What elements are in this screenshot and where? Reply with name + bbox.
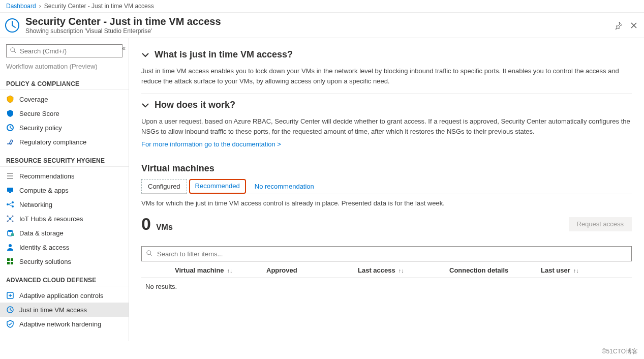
sidebar-item-solutions[interactable]: Security solutions: [0, 254, 129, 268]
documentation-link[interactable]: For more information go to the documenta…: [141, 140, 281, 148]
expander-body-1: Just in time VM access enables you to lo…: [141, 63, 632, 94]
vm-section-title: Virtual machines: [141, 163, 632, 174]
data-icon: [6, 229, 14, 237]
expander-how-works[interactable]: How does it work?: [141, 97, 632, 113]
col-last-access[interactable]: Last access↑↓: [358, 266, 449, 274]
iot-icon: [6, 215, 14, 223]
sidebar-item-identity[interactable]: Identity & access: [0, 240, 129, 254]
sidebar-item-iot[interactable]: IoT Hubs & resources: [0, 212, 129, 226]
chevron-down-icon: [141, 51, 149, 59]
sort-icon: ↑↓: [398, 267, 404, 274]
svg-rect-16: [7, 258, 10, 261]
sort-icon: ↑↓: [227, 267, 233, 274]
sidebar-item-label: Just in time VM access: [19, 306, 87, 314]
grid-icon: [6, 257, 14, 265]
sidebar-item-label: IoT Hubs & resources: [19, 215, 83, 223]
app-controls-icon: [6, 291, 14, 300]
sidebar-item-label: Data & storage: [19, 229, 64, 237]
sidebar-item-label: Regulatory compliance: [19, 138, 86, 146]
close-icon[interactable]: [630, 21, 638, 29]
content-area: What is just in time VM access? Just in …: [129, 38, 644, 341]
sidebar-item-security-policy[interactable]: Security policy: [0, 121, 129, 135]
tab-no-recommendation[interactable]: No recommendation: [248, 179, 321, 194]
filter-input[interactable]: [157, 250, 627, 258]
svg-point-6: [12, 201, 14, 203]
sidebar-item-networking[interactable]: Networking: [0, 197, 129, 212]
col-last-user[interactable]: Last user↑↓: [541, 266, 612, 274]
sort-icon: ↑↓: [573, 267, 579, 274]
col-connection-details[interactable]: Connection details: [449, 266, 541, 274]
clock-icon: [6, 306, 14, 314]
net-hardening-icon: [6, 320, 14, 328]
sidebar-item-data[interactable]: Data & storage: [0, 226, 129, 240]
sidebar-item-label: Compute & apps: [19, 187, 69, 194]
sidebar-item-secure-score[interactable]: Secure Score: [0, 106, 129, 121]
sidebar-item-label: Security policy: [19, 124, 62, 132]
svg-rect-17: [11, 258, 13, 261]
vm-count-number: 0: [141, 214, 151, 234]
search-icon: [10, 47, 17, 55]
sidebar-item-compute[interactable]: Compute & apps: [0, 183, 129, 197]
list-icon: [6, 172, 14, 180]
svg-point-7: [12, 205, 14, 207]
clock-icon: [4, 17, 20, 34]
vm-count-label: VMs: [156, 223, 173, 232]
search-input-wrapper[interactable]: [6, 44, 122, 57]
col-approved[interactable]: Approved: [266, 266, 358, 274]
sidebar-item-label: Networking: [19, 201, 52, 208]
compute-icon: [6, 186, 14, 194]
policy-icon: [6, 124, 14, 132]
expander-what-is[interactable]: What is just in time VM access?: [141, 46, 632, 63]
col-virtual-machine[interactable]: Virtual machine↑↓: [175, 266, 266, 274]
sidebar-item-label: Coverage: [19, 96, 48, 103]
collapse-sidebar-icon[interactable]: «: [122, 44, 126, 52]
page-title: Security Center - Just in time VM access: [25, 16, 221, 27]
svg-rect-3: [7, 188, 13, 192]
table-header: Virtual machine↑↓ Approved Last access↑↓…: [141, 263, 632, 278]
tab-configured[interactable]: Configured: [141, 179, 187, 194]
sidebar-item-label: Recommendations: [19, 172, 74, 180]
sidebar-item-label: Adaptive application controls: [19, 292, 104, 300]
title-bar: Security Center - Just in time VM access…: [0, 13, 644, 38]
svg-rect-4: [9, 192, 11, 193]
pin-icon[interactable]: [615, 21, 623, 29]
sidebar-item-adaptive-app[interactable]: Adaptive application controls: [0, 288, 129, 303]
breadcrumb-current: Security Center - Just in time VM access: [44, 3, 154, 10]
vm-tabs: Configured Recommended No recommendation: [141, 179, 632, 194]
chevron-down-icon: [141, 101, 149, 109]
shield-icon: [6, 109, 14, 117]
search-input[interactable]: [20, 47, 119, 55]
sidebar-item-label: Identity & access: [19, 244, 69, 251]
breadcrumb-root[interactable]: Dashboard: [6, 3, 36, 10]
sidebar-item-recommendations[interactable]: Recommendations: [0, 169, 129, 183]
filter-input-wrapper[interactable]: [141, 246, 632, 261]
sidebar-item-jit[interactable]: Just in time VM access: [0, 303, 129, 317]
page-subtitle: Showing subscription 'Visual Studio Ente…: [25, 27, 221, 35]
sidebar-item-label: Secure Score: [19, 110, 59, 117]
svg-rect-19: [11, 262, 13, 264]
sidebar-group-policy: POLICY & COMPLIANCE: [0, 72, 129, 90]
coverage-icon: [6, 95, 14, 103]
expander-body-2: Upon a user request, based on Azure RBAC…: [141, 113, 632, 140]
svg-rect-14: [11, 233, 14, 236]
svg-point-15: [9, 244, 12, 247]
request-access-button[interactable]: Request access: [569, 217, 632, 231]
sidebar-item-label: Security solutions: [19, 258, 71, 265]
sidebar-group-hygiene: RESOURCE SECURITY HYGIENE: [0, 149, 129, 167]
tab-recommended[interactable]: Recommended: [189, 179, 246, 194]
network-icon: [6, 200, 14, 208]
sidebar-item-regulatory[interactable]: Regulatory compliance: [0, 135, 129, 149]
tab-description: VMs for which the just in time VM access…: [141, 199, 632, 207]
svg-point-5: [7, 203, 9, 205]
expander-title: How does it work?: [155, 100, 235, 110]
sidebar-item-coverage[interactable]: Coverage: [0, 92, 129, 106]
svg-point-22: [147, 250, 151, 254]
chevron-right-icon: ›: [39, 3, 41, 10]
sidebar-group-defense: ADVANCED CLOUD DEFENSE: [0, 268, 129, 286]
gavel-icon: [6, 138, 14, 146]
sidebar-cut-item[interactable]: Workflow automation (Preview): [0, 61, 129, 72]
svg-point-1: [11, 47, 15, 51]
sidebar-item-label: Adaptive network hardening: [19, 320, 101, 328]
sidebar-item-adaptive-net[interactable]: Adaptive network hardening: [0, 317, 129, 331]
search-icon: [146, 250, 153, 258]
